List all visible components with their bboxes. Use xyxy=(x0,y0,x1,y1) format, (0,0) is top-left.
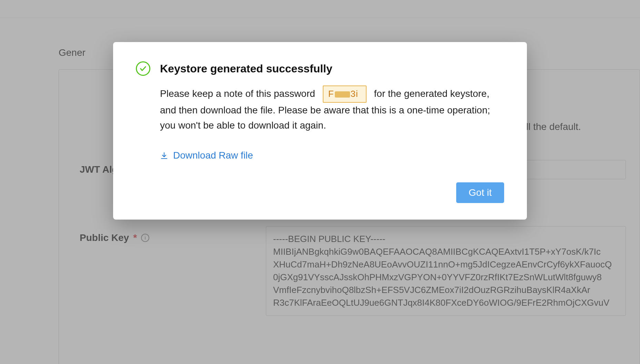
password-badge: F3i xyxy=(323,85,367,103)
password-obscured xyxy=(335,91,350,98)
modal-body: Please keep a note of this password F3i … xyxy=(160,85,504,164)
modal-overlay[interactable]: Keystore generated successfully Please k… xyxy=(0,0,640,364)
modal-message: Please keep a note of this password F3i … xyxy=(160,85,504,133)
modal-dialog: Keystore generated successfully Please k… xyxy=(113,42,527,220)
password-prefix: F xyxy=(328,89,334,99)
modal-title: Keystore generated successfully xyxy=(160,62,332,75)
modal-footer: Got it xyxy=(136,182,504,203)
download-link-label: Download Raw file xyxy=(173,148,253,163)
got-it-button[interactable]: Got it xyxy=(456,182,504,203)
success-check-icon xyxy=(136,61,150,76)
modal-header: Keystore generated successfully xyxy=(136,61,504,76)
download-raw-file-link[interactable]: Download Raw file xyxy=(160,148,253,163)
download-icon xyxy=(160,152,168,160)
password-suffix: 3i xyxy=(351,89,358,99)
modal-msg-before: Please keep a note of this password xyxy=(160,88,315,99)
